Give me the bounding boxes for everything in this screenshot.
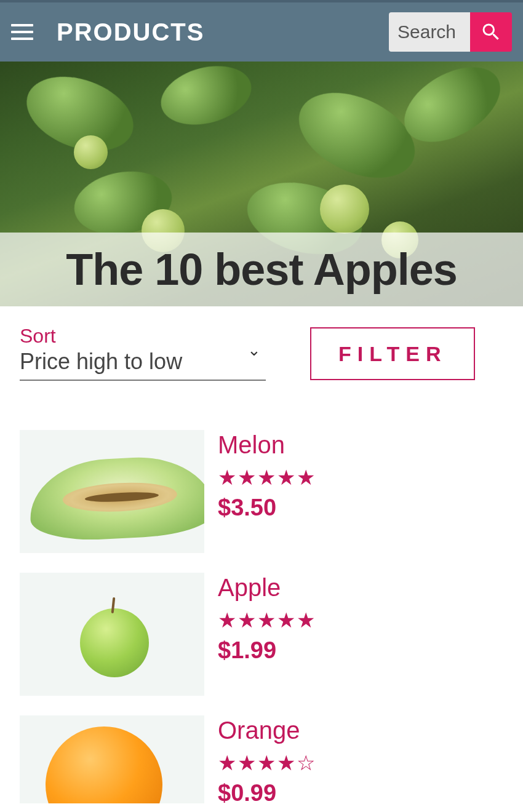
filter-button[interactable]: FILTER — [310, 327, 475, 380]
menu-icon[interactable] — [11, 20, 36, 44]
hero-title-bar: The 10 best Apples — [0, 233, 523, 306]
product-rating: ★★★★★ — [218, 465, 316, 490]
list-item[interactable]: Melon ★★★★★ $3.50 — [20, 430, 503, 553]
hero-heading: The 10 best Apples — [66, 244, 457, 295]
product-info: Melon ★★★★★ $3.50 — [218, 430, 316, 553]
list-controls: Sort Price high to low ⌄ FILTER — [0, 306, 523, 381]
chevron-down-icon: ⌄ — [247, 341, 261, 360]
product-thumbnail — [20, 573, 204, 696]
list-item[interactable]: Orange ★★★★☆ $0.99 — [20, 715, 503, 806]
product-list: Melon ★★★★★ $3.50 Apple ★★★★★ $1.99 Oran… — [0, 381, 523, 806]
hero-banner: The 10 best Apples — [0, 62, 523, 306]
list-item[interactable]: Apple ★★★★★ $1.99 — [20, 573, 503, 696]
search-button[interactable] — [470, 12, 512, 52]
sort-value: Price high to low — [20, 349, 266, 375]
product-price: $3.50 — [218, 495, 316, 521]
search-input[interactable] — [389, 12, 470, 52]
product-price: $1.99 — [218, 637, 316, 664]
product-thumbnail — [20, 430, 204, 553]
product-price: $0.99 — [218, 780, 316, 806]
sort-label: Sort — [20, 325, 266, 348]
product-thumbnail — [20, 715, 204, 803]
product-info: Orange ★★★★☆ $0.99 — [218, 715, 316, 806]
product-name: Apple — [218, 574, 316, 602]
product-name: Melon — [218, 431, 316, 459]
app-header: PRODUCTS — [0, 0, 523, 62]
product-rating: ★★★★☆ — [218, 750, 316, 775]
search-box — [389, 12, 512, 52]
product-info: Apple ★★★★★ $1.99 — [218, 573, 316, 696]
search-icon — [480, 21, 502, 43]
product-name: Orange — [218, 717, 316, 744]
sort-dropdown[interactable]: Sort Price high to low ⌄ — [20, 325, 266, 381]
page-title: PRODUCTS — [57, 18, 389, 46]
product-rating: ★★★★★ — [218, 608, 316, 632]
